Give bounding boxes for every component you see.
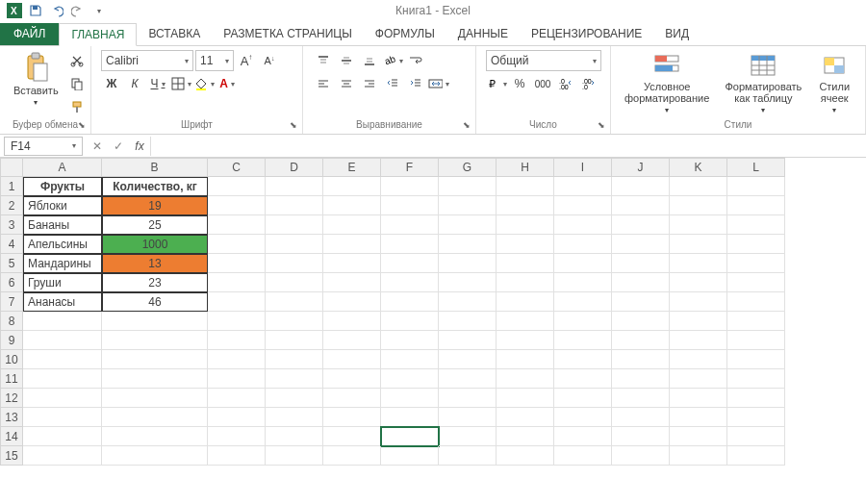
cell[interactable]: 46 xyxy=(102,292,208,312)
cell[interactable] xyxy=(439,177,497,196)
font-name-combo[interactable]: Calibri▾ xyxy=(101,50,193,71)
cell[interactable] xyxy=(554,389,612,408)
cell[interactable] xyxy=(102,350,208,369)
cell[interactable]: Ананасы xyxy=(23,292,102,312)
cell[interactable] xyxy=(381,350,439,369)
row-header[interactable]: 9 xyxy=(0,331,23,350)
cell[interactable] xyxy=(381,177,439,196)
cell[interactable] xyxy=(554,427,612,446)
cell[interactable] xyxy=(612,408,670,427)
cell[interactable] xyxy=(670,427,727,446)
cell[interactable] xyxy=(727,446,785,466)
cell[interactable] xyxy=(439,427,497,446)
cell[interactable] xyxy=(497,312,554,331)
row-header[interactable]: 2 xyxy=(0,196,23,215)
cell[interactable] xyxy=(612,273,670,292)
cell[interactable] xyxy=(727,408,785,427)
cell[interactable] xyxy=(612,312,670,331)
cell[interactable] xyxy=(266,196,323,215)
cell[interactable] xyxy=(102,331,208,350)
row-header[interactable]: 13 xyxy=(0,408,23,427)
tab-insert[interactable]: ВСТАВКА xyxy=(137,23,212,45)
cell[interactable] xyxy=(670,350,727,369)
cell[interactable] xyxy=(497,427,554,446)
format-painter-button[interactable] xyxy=(66,96,88,117)
cell[interactable] xyxy=(497,331,554,350)
cell[interactable] xyxy=(208,292,266,312)
cell[interactable] xyxy=(266,235,323,254)
row-header[interactable]: 3 xyxy=(0,215,23,235)
cell[interactable] xyxy=(381,408,439,427)
cell[interactable] xyxy=(554,292,612,312)
paste-button[interactable]: Вставить ▾ xyxy=(10,50,63,109)
cell[interactable] xyxy=(323,235,381,254)
cell[interactable] xyxy=(323,292,381,312)
cell[interactable] xyxy=(670,446,727,466)
bold-button[interactable]: Ж xyxy=(101,73,122,94)
align-left-button[interactable] xyxy=(313,73,334,94)
cell[interactable] xyxy=(612,177,670,196)
cell[interactable] xyxy=(323,446,381,466)
cell[interactable] xyxy=(497,235,554,254)
cell[interactable] xyxy=(381,369,439,389)
cell[interactable] xyxy=(612,196,670,215)
tab-home[interactable]: ГЛАВНАЯ xyxy=(59,23,137,46)
cell[interactable] xyxy=(381,446,439,466)
copy-button[interactable] xyxy=(66,73,88,94)
cell[interactable] xyxy=(102,369,208,389)
col-header[interactable]: G xyxy=(439,158,497,177)
cell[interactable] xyxy=(612,235,670,254)
row-header[interactable]: 14 xyxy=(0,427,23,446)
cell[interactable]: Количество, кг xyxy=(102,177,208,196)
row-header[interactable]: 1 xyxy=(0,177,23,196)
insert-function-button[interactable]: fx xyxy=(129,136,150,157)
cell[interactable] xyxy=(554,350,612,369)
cell[interactable] xyxy=(208,331,266,350)
cell[interactable] xyxy=(554,177,612,196)
cell[interactable] xyxy=(323,273,381,292)
cell[interactable] xyxy=(323,312,381,331)
cell[interactable] xyxy=(102,312,208,331)
name-box[interactable]: F14▾ xyxy=(4,137,83,156)
cell[interactable] xyxy=(208,350,266,369)
cell[interactable] xyxy=(439,446,497,466)
align-right-button[interactable] xyxy=(359,73,380,94)
cell[interactable] xyxy=(497,292,554,312)
cell[interactable] xyxy=(670,292,727,312)
cell[interactable] xyxy=(612,215,670,235)
grow-font-button[interactable]: A↑ xyxy=(236,50,257,71)
cell[interactable] xyxy=(554,408,612,427)
cell[interactable] xyxy=(323,369,381,389)
cell[interactable]: 13 xyxy=(102,254,208,273)
conditional-formatting-button[interactable]: Условное форматирование▾ xyxy=(621,50,713,116)
shrink-font-button[interactable]: A↓ xyxy=(259,50,280,71)
cell[interactable] xyxy=(554,446,612,466)
cell[interactable] xyxy=(612,427,670,446)
cell[interactable] xyxy=(381,312,439,331)
cell[interactable] xyxy=(266,446,323,466)
cell[interactable] xyxy=(23,408,102,427)
cell[interactable] xyxy=(102,427,208,446)
cell[interactable] xyxy=(208,446,266,466)
font-size-combo[interactable]: 11▾ xyxy=(195,50,234,71)
cell[interactable] xyxy=(102,446,208,466)
cell[interactable] xyxy=(23,446,102,466)
cell[interactable]: Мандарины xyxy=(23,254,102,273)
cell[interactable] xyxy=(670,215,727,235)
comma-button[interactable]: 000 xyxy=(532,73,553,94)
cell[interactable] xyxy=(727,215,785,235)
cell[interactable] xyxy=(727,196,785,215)
cell[interactable] xyxy=(266,177,323,196)
cell[interactable] xyxy=(102,389,208,408)
increase-indent-button[interactable] xyxy=(405,73,426,94)
percent-button[interactable]: % xyxy=(509,73,530,94)
wrap-text-button[interactable] xyxy=(405,50,426,71)
cell[interactable] xyxy=(323,389,381,408)
cell[interactable] xyxy=(266,254,323,273)
cell[interactable] xyxy=(497,254,554,273)
cell[interactable] xyxy=(612,369,670,389)
cell[interactable] xyxy=(266,273,323,292)
cell[interactable] xyxy=(266,292,323,312)
cell[interactable] xyxy=(208,177,266,196)
cell[interactable] xyxy=(554,254,612,273)
